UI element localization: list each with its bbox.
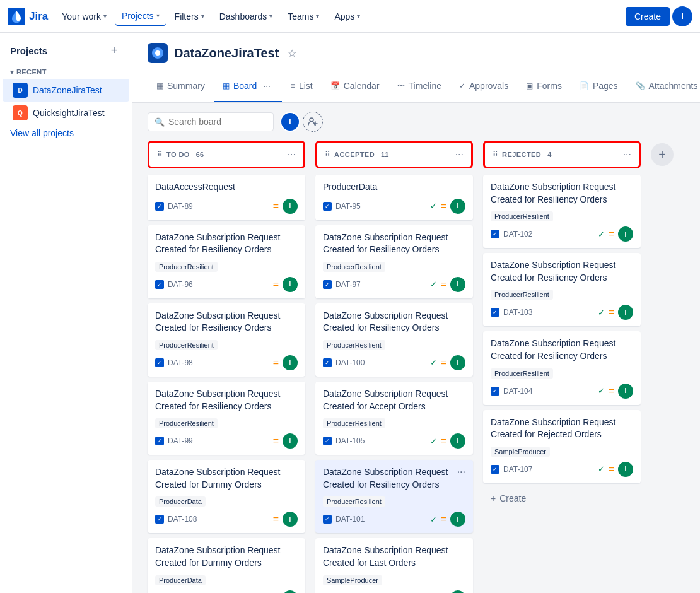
tab-summary[interactable]: ▦ Summary — [148, 71, 214, 102]
add-column-button[interactable]: + — [651, 143, 674, 166]
card-dat109[interactable]: DataZone Subscription Request Created fo… — [148, 538, 305, 593]
nav-dashboards[interactable]: Dashboards ▾ — [213, 8, 279, 25]
card-dat95[interactable]: ProducerData DAT-95 ✓ = I — [315, 175, 473, 220]
tab-timeline[interactable]: 〜 Timeline — [388, 71, 450, 102]
card-dat100[interactable]: DataZone Subscription Request Created fo… — [315, 303, 473, 377]
nav-projects[interactable]: Projects ▾ — [115, 7, 166, 26]
avatar[interactable]: I — [672, 6, 692, 26]
sidebar-add-button[interactable]: + — [107, 43, 122, 58]
priority-icon: = — [609, 385, 614, 397]
card-checkbox — [323, 358, 332, 367]
priority-icon: = — [273, 357, 279, 368]
priority-icon: = — [441, 514, 446, 525]
tab-pages[interactable]: 📄 Pages — [571, 71, 627, 102]
nav-filters[interactable]: Filters ▾ — [168, 8, 211, 25]
card-checkbox — [323, 515, 332, 524]
card-dat97[interactable]: DataZone Subscription Request Created fo… — [315, 225, 473, 298]
create-card-button[interactable]: + Create — [483, 488, 641, 508]
tab-approvals[interactable]: ✓ Approvals — [450, 71, 517, 102]
priority-icon: = — [441, 201, 446, 212]
card-checkbox — [155, 437, 164, 445]
card-dat107[interactable]: DataZone Subscription Request Created fo… — [483, 410, 641, 483]
card-dat99[interactable]: DataZone Subscription Request Created fo… — [148, 382, 305, 455]
sidebar-recent-toggle[interactable]: ▾ RECENT — [0, 63, 132, 79]
card-avatar: I — [450, 199, 465, 214]
column-more-icon[interactable]: ··· — [288, 149, 296, 160]
add-people-button[interactable] — [303, 112, 323, 132]
column-header-rejected: ⠿ REJECTED 4 ··· — [483, 141, 641, 168]
check-icon: ✓ — [598, 464, 605, 474]
card-checkbox — [323, 437, 332, 445]
search-board-box[interactable]: 🔍 — [148, 112, 274, 131]
card-avatar: I — [618, 384, 633, 399]
card-checkbox — [155, 202, 164, 211]
tab-forms[interactable]: ▣ Forms — [517, 71, 571, 102]
tab-board[interactable]: ▦ Board ··· — [214, 71, 282, 102]
create-button[interactable]: Create — [626, 7, 670, 26]
card-title: DataZone Subscription Request Created fo… — [323, 544, 465, 569]
card-dat89[interactable]: DataAccessRequest DAT-89 = I — [148, 175, 305, 220]
card-dat105[interactable]: DataZone Subscription Request Created fo… — [315, 382, 473, 455]
card-checkbox — [155, 515, 164, 524]
search-input[interactable] — [168, 117, 267, 127]
card-checkbox — [323, 280, 332, 289]
column-more-icon[interactable]: ··· — [455, 149, 464, 160]
card-id: DAT-105 — [335, 437, 365, 445]
column-todo: ⠿ TO DO 66 ··· DataAccessRequest DAT-89 — [148, 141, 305, 593]
star-icon[interactable]: ☆ — [288, 47, 296, 59]
card-tag: ProducerResilient — [323, 418, 385, 428]
card-more-icon[interactable]: ··· — [457, 466, 465, 478]
card-id: DAT-102 — [503, 230, 532, 238]
card-title: DataZone Subscription Request Created fo… — [491, 338, 633, 362]
card-id: DAT-97 — [335, 280, 361, 289]
project-title-row: DataZoneJiraTest ☆ — [148, 43, 685, 63]
svg-point-3 — [310, 118, 313, 122]
card-footer: DAT-108 = I — [155, 512, 298, 527]
user-avatar-1[interactable]: I — [280, 112, 300, 132]
project-header: DataZoneJiraTest ☆ ▦ Summary ▦ Board ···… — [132, 33, 700, 103]
logo[interactable]: Jira — [8, 8, 48, 25]
tab-attachments[interactable]: 📎 Attachments — [627, 71, 700, 102]
timeline-tab-icon: 〜 — [397, 81, 405, 91]
sidebar-item-quicksight[interactable]: Q QuicksightJiraTest — [3, 102, 129, 124]
card-dat103[interactable]: DataZone Subscription Request Created fo… — [483, 253, 641, 326]
topnav: Jira Your work ▾ Projects ▾ Filters ▾ Da… — [0, 0, 700, 33]
column-more-icon[interactable]: ··· — [623, 149, 631, 160]
sidebar-item-datazone[interactable]: D DataZoneJiraTest — [3, 79, 129, 102]
card-id: DAT-95 — [335, 202, 361, 211]
project-name: DataZoneJiraTest — [174, 46, 279, 61]
card-title: DataZone Subscription Request Created fo… — [491, 181, 633, 206]
card-dat98[interactable]: DataZone Subscription Request Created fo… — [148, 303, 305, 377]
card-dat102[interactable]: DataZone Subscription Request Created fo… — [483, 175, 641, 248]
chevron-down-icon: ▾ — [10, 68, 16, 76]
project-tabs: ▦ Summary ▦ Board ··· ≡ List 📅 Calendar — [148, 71, 685, 102]
card-dat108[interactable]: DataZone Subscription Request Created fo… — [148, 460, 305, 533]
card-dat96[interactable]: DataZone Subscription Request Created fo… — [148, 225, 305, 298]
nav-your-work[interactable]: Your work ▾ — [55, 8, 113, 25]
card-checkbox — [155, 358, 164, 367]
card-checkbox — [491, 308, 499, 317]
drag-handle-icon: ⠿ — [157, 150, 163, 159]
card-checkbox — [491, 387, 499, 396]
check-icon: ✓ — [430, 201, 437, 211]
board-toolbar: 🔍 I — [132, 103, 700, 141]
card-footer: DAT-109 = I — [155, 590, 298, 593]
card-dat104[interactable]: DataZone Subscription Request Created fo… — [483, 331, 641, 404]
logo-text: Jira — [29, 10, 48, 23]
card-title: DataZone Subscription Request Created fo… — [491, 416, 633, 441]
card-tag: SampleProducer — [323, 575, 382, 585]
card-dat101[interactable]: DataZone Subscription Request Created fo… — [315, 460, 473, 533]
tab-calendar[interactable]: 📅 Calendar — [322, 71, 388, 102]
card-footer: DAT-97 ✓ = I — [323, 277, 465, 292]
calendar-tab-icon: 📅 — [330, 81, 340, 90]
card-id: DAT-108 — [168, 515, 197, 524]
approvals-tab-icon: ✓ — [459, 81, 465, 90]
nav-teams[interactable]: Teams ▾ — [281, 8, 325, 25]
nav-apps[interactable]: Apps ▾ — [328, 8, 366, 25]
tab-list[interactable]: ≡ List — [282, 71, 322, 102]
card-dat106[interactable]: DataZone Subscription Request Created fo… — [315, 538, 473, 593]
drag-handle-icon: ⠿ — [493, 150, 498, 159]
column-title-todo: TO DO — [166, 151, 190, 158]
view-all-projects-link[interactable]: View all projects — [0, 124, 132, 142]
tab-more-icon[interactable]: ··· — [260, 76, 273, 96]
